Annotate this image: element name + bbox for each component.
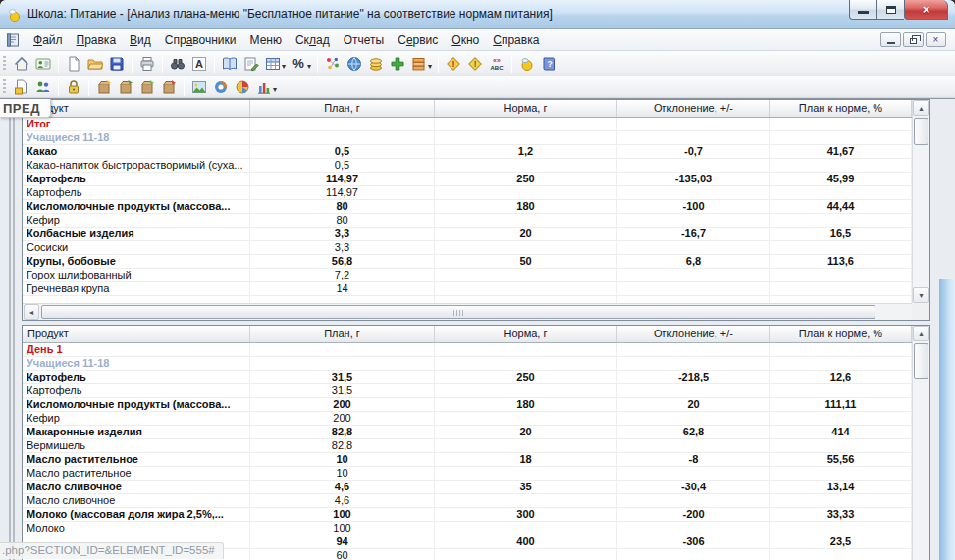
- table-row[interactable]: Молоко (массовая доля жира 2,5%,...10030…: [23, 508, 912, 522]
- lock-button[interactable]: [63, 77, 84, 97]
- mdi-close-button[interactable]: ×: [926, 32, 946, 47]
- analysis-button[interactable]: [322, 54, 344, 74]
- scrollbar-thumb[interactable]: [914, 343, 928, 379]
- donut-chart-button[interactable]: [210, 77, 232, 97]
- warning-red-button[interactable]: !: [443, 54, 464, 74]
- horizontal-scrollbar[interactable]: ◄ ►: [23, 303, 929, 320]
- scroll-up-button[interactable]: ▲: [913, 326, 929, 341]
- menu-item-5[interactable]: Склад: [289, 31, 337, 49]
- menu-item-1[interactable]: Правка: [70, 31, 124, 49]
- table-row[interactable]: Картофель114,97250-135,0345,99: [23, 173, 912, 186]
- scroll-up-button[interactable]: ▲: [913, 100, 929, 116]
- box-out-button[interactable]: [158, 77, 180, 97]
- table-row[interactable]: Масло растительное10: [23, 467, 912, 481]
- column-header-plan-to-norm[interactable]: План к норме, %: [770, 100, 912, 117]
- bar-chart-button[interactable]: [253, 77, 275, 97]
- scrollbar-thumb[interactable]: [914, 118, 928, 145]
- vertical-scrollbar[interactable]: ▲ ▼: [912, 100, 929, 303]
- table-row[interactable]: [23, 296, 912, 303]
- globe-button[interactable]: [344, 54, 365, 74]
- percent-dropdown-caret[interactable]: ▾: [307, 62, 311, 71]
- minimize-button[interactable]: [849, 0, 877, 20]
- print-button[interactable]: [136, 54, 158, 74]
- column-header-plan-to-norm[interactable]: План к норме, %: [770, 326, 912, 342]
- box-in-button[interactable]: [136, 77, 158, 97]
- find-button[interactable]: [167, 54, 188, 74]
- user-card-button[interactable]: [32, 54, 54, 74]
- archive-button[interactable]: [408, 54, 430, 74]
- pie-chart-button[interactable]: [232, 77, 253, 97]
- font-button[interactable]: A: [188, 54, 210, 74]
- menu-item-8[interactable]: Окно: [445, 31, 486, 49]
- column-header-norm[interactable]: Норма, г: [435, 326, 617, 342]
- scroll-left-button[interactable]: ◄: [24, 304, 39, 320]
- toolbar-grip[interactable]: [3, 79, 6, 95]
- table-row[interactable]: Какао-напиток быстрорастворимый (суха...…: [23, 159, 912, 173]
- table-row[interactable]: Картофель31,5: [23, 384, 912, 398]
- menu-item-2[interactable]: Вид: [123, 31, 158, 49]
- table-row[interactable]: Масло растительное1018-855,56: [23, 453, 912, 467]
- add-button[interactable]: [387, 54, 408, 74]
- table-row[interactable]: Учащиеся 11-18: [23, 357, 912, 371]
- column-header-product[interactable]: Продукт: [23, 100, 250, 117]
- box-arrive-button[interactable]: [93, 77, 115, 97]
- picture-button[interactable]: [188, 77, 210, 97]
- table-row[interactable]: Сосиски3,3: [23, 241, 912, 255]
- table-row[interactable]: Масло сливочное4,635-30,413,14: [23, 481, 912, 494]
- home-button[interactable]: [11, 54, 32, 74]
- column-header-norm[interactable]: Норма, г: [435, 100, 617, 117]
- title-bar[interactable]: Школа: Питание - [Анализ плана-меню "Бес…: [0, 0, 955, 29]
- help-button[interactable]: ?: [538, 54, 559, 74]
- scrollbar-thumb[interactable]: [41, 305, 875, 319]
- table-row[interactable]: Горох шлифованный7,2: [23, 269, 912, 282]
- panel-splitter[interactable]: [9, 99, 15, 560]
- table-row[interactable]: Колбасные изделия3,320-16,716,5: [23, 228, 912, 241]
- table-row[interactable]: Макаронные изделия82,82062,8414: [23, 426, 912, 439]
- column-header-product[interactable]: Продукт: [23, 326, 250, 342]
- mascot-button[interactable]: [516, 54, 538, 74]
- table-row[interactable]: Картофель114,97: [23, 186, 912, 200]
- document-window-icon[interactable]: [5, 32, 21, 48]
- copy-document-button[interactable]: [11, 77, 32, 97]
- mdi-minimize-button[interactable]: [880, 32, 901, 47]
- vertical-scrollbar[interactable]: ▲: [912, 326, 929, 560]
- table-dropdown-caret[interactable]: ▾: [282, 62, 286, 71]
- table-row[interactable]: Молоко100: [23, 522, 912, 535]
- table-row[interactable]: Какао0,51,2-0,741,67: [23, 145, 912, 159]
- menu-item-7[interactable]: Сервис: [391, 31, 445, 49]
- menu-item-3[interactable]: Справочники: [158, 31, 243, 49]
- open-button[interactable]: [84, 54, 106, 74]
- menu-item-4[interactable]: Меню: [243, 31, 289, 49]
- table-row[interactable]: Кефир200: [23, 412, 912, 426]
- menu-item-9[interactable]: Справка: [486, 31, 546, 49]
- toolbar-grip[interactable]: [3, 56, 6, 72]
- table-row[interactable]: День 1: [23, 343, 912, 357]
- table-button[interactable]: [262, 54, 284, 74]
- table-row[interactable]: Кисломолочные продукты (массова...200180…: [23, 398, 912, 412]
- table-row[interactable]: Масло сливочное4,6: [23, 494, 912, 508]
- maximize-button[interactable]: [877, 0, 904, 20]
- chart-dropdown-caret[interactable]: ▾: [273, 85, 277, 94]
- table-row[interactable]: Учащиеся 11-18: [23, 131, 912, 145]
- box-ship-button[interactable]: [115, 77, 136, 97]
- table-row[interactable]: Вермишель82,8: [23, 439, 912, 453]
- table-row[interactable]: Кефир80: [23, 214, 912, 228]
- new-document-button[interactable]: [63, 54, 84, 74]
- scroll-down-button[interactable]: ▼: [913, 287, 929, 303]
- table-row[interactable]: Кисломолочные продукты (массова...80180-…: [23, 200, 912, 214]
- column-header-deviation[interactable]: Отклонение, +/-: [617, 326, 770, 342]
- table-row[interactable]: Гречневая крупа14: [23, 282, 912, 296]
- spellcheck-button[interactable]: «»ABC: [486, 54, 507, 74]
- table-row[interactable]: Крупы, бобовые56,8506,8113,6: [23, 255, 912, 269]
- journal-button[interactable]: [219, 54, 240, 74]
- column-header-plan[interactable]: План, г: [250, 100, 435, 117]
- menu-item-0[interactable]: Файл: [27, 31, 70, 49]
- database-button[interactable]: [365, 54, 387, 74]
- table-row[interactable]: Итог: [23, 118, 912, 131]
- column-header-plan[interactable]: План, г: [250, 326, 435, 342]
- warning-green-button[interactable]: !: [464, 54, 486, 74]
- menu-item-6[interactable]: Отчеты: [337, 31, 391, 49]
- save-button[interactable]: [106, 54, 128, 74]
- archive-dropdown-caret[interactable]: ▾: [428, 62, 432, 71]
- table-row[interactable]: Картофель31,5250-218,512,6: [23, 371, 912, 384]
